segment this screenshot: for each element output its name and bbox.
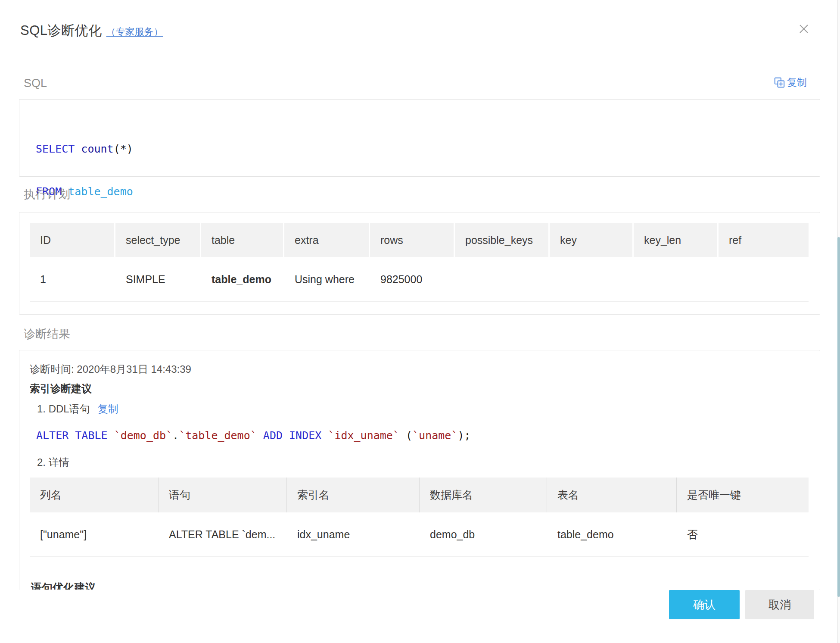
table-cell: 1 bbox=[30, 257, 115, 301]
column-header: key bbox=[550, 223, 634, 257]
table-cell: table_demo bbox=[547, 512, 677, 556]
code-token: ( bbox=[399, 429, 412, 442]
ddl-item: 1. DDL语句 复制 bbox=[37, 402, 118, 416]
table-cell-link[interactable]: table_demo bbox=[201, 257, 284, 301]
table-cell: 9825000 bbox=[370, 257, 455, 301]
column-header: 语句 bbox=[159, 478, 287, 512]
ddl-code-line: ALTER TABLE `demo_db`.`table_demo` ADD I… bbox=[36, 428, 471, 443]
scrollbar-thumb[interactable] bbox=[837, 237, 840, 597]
close-icon bbox=[796, 21, 812, 37]
column-header: select_type bbox=[115, 223, 201, 257]
code-token: `table_demo` bbox=[179, 429, 257, 442]
column-header: table bbox=[201, 223, 284, 257]
sql-diagnosis-dialog: SQL诊断优化 （专家服务） SQL 复制 SELECT count(*) FR… bbox=[0, 0, 840, 643]
table-cell: demo_db bbox=[420, 512, 547, 556]
column-header: 索引名 bbox=[287, 478, 420, 512]
table-cell: ALTER TABLE `dem... bbox=[159, 512, 287, 556]
table-header-row: IDselect_typetableextrarowspossible_keys… bbox=[30, 223, 809, 257]
detail-item: 2. 详情 bbox=[37, 456, 69, 469]
table-cell: ["uname"] bbox=[30, 512, 159, 556]
table-cell bbox=[550, 257, 634, 301]
table-cell bbox=[455, 257, 550, 301]
table-cell bbox=[634, 257, 719, 301]
table-cell bbox=[719, 257, 809, 301]
code-token: ); bbox=[457, 429, 470, 442]
sql-section-label: SQL bbox=[24, 77, 47, 90]
table-row: ["uname"]ALTER TABLE `dem...idx_unamedem… bbox=[30, 512, 809, 557]
code-token: `demo_db` bbox=[114, 429, 172, 442]
index-advice-title: 索引诊断建议 bbox=[30, 382, 92, 396]
exec-plan-table: IDselect_typetableextrarowspossible_keys… bbox=[30, 223, 809, 302]
statement-advice-title: 语句优化建议 bbox=[31, 581, 96, 590]
exec-plan-section-label: 执行计划 bbox=[24, 187, 70, 202]
column-header: 表名 bbox=[547, 478, 677, 512]
dialog-title: SQL诊断优化 bbox=[20, 22, 102, 40]
table-cell: SIMPLE bbox=[115, 257, 201, 301]
expert-service-link[interactable]: （专家服务） bbox=[106, 25, 163, 38]
column-header: rows bbox=[370, 223, 455, 257]
close-button[interactable] bbox=[794, 19, 814, 39]
code-token: SELECT bbox=[36, 143, 81, 155]
diagnosis-time: 诊断时间: 2020年8月31日 14:43:39 bbox=[30, 362, 191, 376]
table-header-row: 列名语句索引名数据库名表名是否唯一键 bbox=[30, 478, 809, 512]
ddl-copy-button[interactable]: 复制 bbox=[98, 402, 118, 416]
code-token: count bbox=[81, 143, 113, 155]
confirm-button[interactable]: 确认 bbox=[669, 590, 740, 619]
table-cell: 否 bbox=[677, 512, 809, 556]
exec-plan-panel: IDselect_typetableextrarowspossible_keys… bbox=[19, 212, 820, 315]
column-header: 列名 bbox=[30, 478, 159, 512]
table-cell: idx_uname bbox=[287, 512, 420, 556]
table-row: 1SIMPLEtable_demoUsing where9825000 bbox=[30, 257, 809, 302]
column-header: extra bbox=[284, 223, 370, 257]
code-token: . bbox=[172, 429, 179, 442]
column-header: ref bbox=[719, 223, 809, 257]
code-token: (*) bbox=[114, 143, 133, 155]
column-header: key_len bbox=[634, 223, 719, 257]
code-token: table_demo bbox=[68, 185, 133, 198]
detail-item-label: 2. 详情 bbox=[37, 456, 69, 469]
index-detail-table: 列名语句索引名数据库名表名是否唯一键["uname"]ALTER TABLE `… bbox=[30, 478, 809, 557]
column-header: 数据库名 bbox=[420, 478, 547, 512]
code-token: ADD INDEX bbox=[257, 429, 328, 442]
code-token: `idx_uname` bbox=[328, 429, 399, 442]
sql-code-panel: SELECT count(*) FROM table_demo WHERE un… bbox=[19, 99, 820, 177]
dialog-header: SQL诊断优化 （专家服务） bbox=[20, 22, 163, 40]
column-header: 是否唯一键 bbox=[677, 478, 809, 512]
diagnosis-section-label: 诊断结果 bbox=[24, 326, 70, 342]
code-token: `uname` bbox=[412, 429, 457, 442]
code-token: ALTER TABLE bbox=[36, 429, 114, 442]
column-header: ID bbox=[30, 223, 115, 257]
ddl-item-label: 1. DDL语句 bbox=[37, 402, 90, 416]
table-cell: Using where bbox=[284, 257, 370, 301]
sql-copy-label: 复制 bbox=[787, 76, 807, 89]
column-header: possible_keys bbox=[455, 223, 550, 257]
copy-icon bbox=[774, 77, 785, 88]
diagnosis-panel: 诊断时间: 2020年8月31日 14:43:39 索引诊断建议 1. DDL语… bbox=[19, 350, 820, 590]
sql-code-line: SELECT count(*) bbox=[36, 142, 193, 156]
cancel-button[interactable]: 取消 bbox=[745, 590, 814, 619]
sql-copy-button[interactable]: 复制 bbox=[774, 76, 807, 89]
